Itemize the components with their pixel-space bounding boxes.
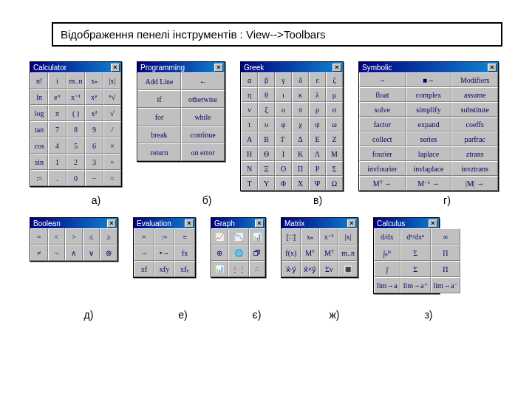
close-icon[interactable]: ×	[332, 64, 341, 72]
palette-button[interactable]: Mᵀ	[319, 245, 338, 261]
palette-button[interactable]: /	[103, 121, 121, 137]
palette-button[interactable]: ≥	[100, 228, 117, 245]
close-icon[interactable]: ×	[107, 219, 116, 228]
palette-button[interactable]: ∧	[65, 245, 83, 261]
graph-titlebar[interactable]: Graph ×	[211, 218, 265, 228]
palette-button[interactable]: ⊕	[100, 245, 117, 261]
palette-button[interactable]: for	[137, 108, 181, 126]
palette-button[interactable]: laplace	[406, 146, 452, 161]
palette-button[interactable]: lim→a	[374, 277, 400, 293]
palette-button[interactable]: tan	[30, 121, 48, 137]
palette-button[interactable]: .	[48, 170, 66, 186]
palette-button[interactable]: Mᵀ	[301, 245, 320, 261]
palette-button[interactable]: +	[103, 154, 121, 170]
palette-button[interactable]: parfrac	[451, 132, 498, 146]
close-icon[interactable]: ×	[214, 64, 223, 72]
palette-button[interactable]: 0	[66, 170, 86, 186]
palette-button[interactable]: •→	[154, 245, 175, 261]
palette-button[interactable]: 5	[66, 137, 86, 154]
palette-button[interactable]: collect	[359, 132, 406, 146]
close-icon[interactable]: ×	[347, 219, 356, 228]
palette-button[interactable]: Σ	[326, 161, 343, 176]
palette-button[interactable]: x⃗×y⃗	[301, 261, 320, 277]
palette-button[interactable]: otherwise	[181, 90, 225, 108]
close-icon[interactable]: ×	[255, 219, 264, 228]
palette-button[interactable]: invlaplace	[406, 161, 452, 176]
palette-button[interactable]: series	[406, 132, 452, 146]
palette-button[interactable]: coeffs	[451, 117, 498, 132]
palette-button[interactable]: Ι	[275, 146, 292, 161]
palette-button[interactable]: Ψ	[309, 176, 326, 191]
evaluation-titlebar[interactable]: Evaluation ×	[134, 218, 195, 228]
symbolic-titlebar[interactable]: Symbolic ×	[359, 62, 498, 72]
palette-button[interactable]: υ	[258, 117, 275, 132]
palette-button[interactable]: Κ	[292, 146, 309, 161]
palette-button[interactable]: on error	[181, 143, 225, 161]
palette-button[interactable]: lim→a⁻	[431, 277, 461, 293]
palette-button[interactable]: continue	[181, 126, 225, 143]
palette-button[interactable]: <	[48, 228, 66, 245]
palette-button[interactable]: lim→a⁺	[400, 277, 431, 293]
palette-button[interactable]: Β	[258, 132, 275, 146]
palette-button[interactable]: >	[65, 228, 83, 245]
palette-button[interactable]: i	[48, 72, 66, 89]
palette-button[interactable]: Ω	[326, 176, 343, 191]
palette-button[interactable]: invfourier	[359, 161, 406, 176]
palette-button[interactable]: 3	[85, 154, 103, 170]
palette-button[interactable]: xfᵧ	[174, 261, 195, 277]
palette-button[interactable]: √	[103, 105, 121, 121]
palette-button[interactable]: Add Line	[137, 72, 181, 90]
palette-button[interactable]: 📊	[211, 261, 228, 277]
palette-button[interactable]: fx	[174, 245, 195, 261]
palette-button[interactable]: ∫	[374, 261, 400, 277]
palette-button[interactable]: xₙ	[85, 72, 103, 89]
palette-button[interactable]: |x|	[338, 228, 358, 245]
palette-button[interactable]: Ε	[309, 132, 326, 146]
palette-button[interactable]: τ	[241, 117, 258, 132]
palette-button[interactable]: Ο	[275, 161, 292, 176]
palette-button[interactable]: log	[30, 105, 48, 121]
palette-button[interactable]: :=	[30, 170, 48, 186]
palette-button[interactable]: Χ	[292, 176, 309, 191]
palette-button[interactable]: ×	[103, 137, 121, 154]
palette-button[interactable]: Α	[241, 132, 258, 146]
close-icon[interactable]: ×	[488, 64, 497, 72]
palette-button[interactable]: ι	[275, 87, 292, 102]
palette-button[interactable]: [∷]	[282, 228, 301, 245]
palette-button[interactable]: |x|	[103, 72, 121, 89]
palette-button[interactable]: →	[359, 72, 406, 87]
palette-button[interactable]: simplify	[406, 102, 452, 117]
palette-button[interactable]: 1	[48, 154, 66, 170]
boolean-titlebar[interactable]: Boolean ×	[30, 218, 117, 228]
palette-button[interactable]: ε	[309, 72, 326, 87]
palette-button[interactable]: β	[258, 72, 275, 87]
palette-button[interactable]: =	[134, 228, 154, 245]
palette-button[interactable]: ( )	[66, 105, 86, 121]
palette-button[interactable]: 📊	[249, 228, 266, 245]
palette-button[interactable]: ψ	[309, 117, 326, 132]
palette-button[interactable]: χ	[292, 117, 309, 132]
palette-button[interactable]: expand	[406, 117, 452, 132]
palette-button[interactable]: α	[241, 72, 258, 87]
palette-button[interactable]: 4	[48, 137, 66, 154]
palette-button[interactable]: λ	[309, 87, 326, 102]
palette-button[interactable]: Φ	[275, 176, 292, 191]
palette-button[interactable]: ⋮⋮	[228, 261, 249, 277]
close-icon[interactable]: ×	[185, 219, 194, 228]
palette-button[interactable]: Σv	[319, 261, 338, 277]
palette-button[interactable]: 🌐	[228, 245, 249, 261]
palette-button[interactable]: Μ	[326, 146, 343, 161]
palette-button[interactable]: →	[134, 245, 154, 261]
palette-button[interactable]: xfy	[154, 261, 175, 277]
palette-button[interactable]: n!	[30, 72, 48, 89]
palette-button[interactable]: |M| →	[451, 176, 498, 191]
palette-button[interactable]: dⁿ/dxⁿ	[400, 228, 431, 245]
palette-button[interactable]: substitute	[451, 102, 498, 117]
palette-button[interactable]: 8	[66, 121, 86, 137]
palette-button[interactable]: ⊕	[211, 245, 228, 261]
palette-button[interactable]: m..n	[338, 245, 358, 261]
palette-button[interactable]: return	[137, 143, 181, 161]
palette-button[interactable]: Θ	[258, 146, 275, 161]
palette-button[interactable]: Η	[241, 146, 258, 161]
palette-button[interactable]: ∴	[249, 261, 266, 277]
